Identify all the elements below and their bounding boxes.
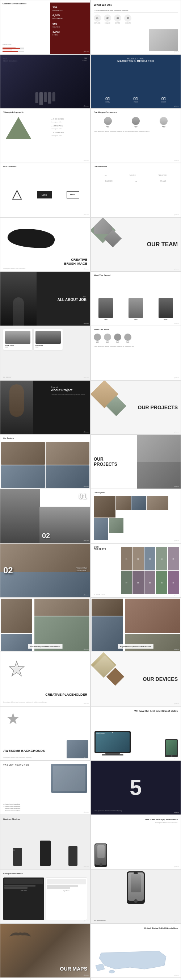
watermark: gfxtra.com (84, 51, 89, 52)
brush-title: CREATIVEBRUSH IMAGE (64, 258, 87, 266)
watermark: gfxtra.com (174, 214, 179, 215)
team-members-row: NAME NAME NAME NAME Lorem ipsum (94, 334, 178, 348)
tablet-mockup (165, 739, 178, 757)
row-8: About About Project Lorem ipsum dolor si… (0, 380, 181, 434)
panel-content: 758 BEST PRACTICE 6,205 MOST LEARNING 90… (52, 5, 63, 37)
slide-best-selection: We have the best selection of slides Int… (90, 706, 181, 760)
watermark: gfxtra.com (84, 703, 89, 705)
watermark: gfxtra.com (174, 649, 179, 650)
slide-next-services: OurNext Services TEAM CLIENTS gfxtra.com (0, 54, 90, 109)
slide-best-app: This is the best App for iPhones Lorem i… (90, 815, 181, 869)
devices-label: OUR DEVICES (143, 676, 178, 682)
bottom-image (0, 572, 90, 597)
big-02: 02 (3, 565, 13, 576)
watermark: gfxtra.com (84, 920, 89, 922)
slide-title: Our Projects (3, 437, 14, 439)
project-number: 01 (79, 492, 87, 501)
slide-title: TABLET FEATURES (3, 764, 29, 766)
watermark: gfxtra.com (84, 594, 89, 596)
partners-logos-2: inc SONDE CREATIVE PARKER ◆ BRAND (91, 172, 181, 217)
row-18: OUR MAPS gfxtra.com United States Fully … (0, 923, 181, 978)
watermark: gfxtra.com (174, 51, 179, 52)
app-title: This is the best App for iPhones Lorem i… (134, 818, 178, 824)
iphone-mockup (94, 843, 107, 867)
row-12: Left Masonry Portfolio Placeholder gfxtr… (0, 598, 181, 652)
row-1: Customer Service Statistics 758 BEST PRA… (0, 0, 181, 54)
watermark: gfxtra.com (84, 105, 89, 107)
watermark: gfxtra.com (174, 377, 179, 379)
slide-devices-mockup: Devices Mockup gfxtra.com (0, 815, 90, 869)
slide-title: Meet The Squad (94, 274, 110, 276)
watermark: gfxtra.com (84, 649, 89, 650)
watermark: gfxtra.com (174, 268, 179, 270)
right-column (34, 598, 90, 652)
slide-creative-brush: CREATIVEBRUSH IMAGE Lorem ipsum dolor si… (0, 217, 90, 272)
slide-title: Our Happy Customers (94, 111, 117, 113)
selection-title: We have the best selection of slides (131, 710, 178, 713)
stat-bars: LOREM IPSUM (3, 44, 24, 52)
row-7: YOUR NAME ROLE BOB POST ROLE ME • BOB PO… (0, 326, 181, 380)
slide-title: Compare Websites (3, 872, 23, 875)
masonry-label: Left Masonry Portfolio Placeholder (28, 644, 63, 649)
svg-point-5 (109, 970, 115, 973)
row-2: OurNext Services TEAM CLIENTS gfxtra.com (0, 54, 181, 109)
maps-label: OUR MAPS (60, 966, 87, 972)
watermark: gfxtra.com (84, 323, 89, 324)
name-cards: YOUR NAME ROLE BOB POST ROLE (3, 329, 63, 350)
squad-members: NAME NAME NAME (91, 279, 181, 326)
svg-marker-4 (7, 713, 19, 724)
numbered-desc: 01 02 03 04 05 (94, 594, 105, 595)
slide-title: Devices Mockup (3, 818, 20, 820)
left-column (0, 598, 33, 652)
number-5: 5 (130, 777, 141, 799)
watermark: gfxtra.com (174, 866, 179, 867)
monitor-mockup: Interface preview (94, 731, 131, 757)
mosaic-grid (94, 496, 178, 540)
image-placeholder (149, 29, 178, 51)
slide-projects-grid-1: Our Projects gfxtra.com (0, 434, 90, 489)
row-11: 02 PROJECT NAME LOREM IPSUM gfxtra.com O… (0, 543, 181, 598)
placeholder-title: CREATIVE PLACEHOLDER (45, 693, 87, 697)
slide-desc-5: Lorem ipsum dolor sit amet consectetur a… (94, 810, 178, 811)
right-col-2 (124, 598, 181, 652)
triangle-group (6, 117, 31, 139)
slide-compare-websites: Compare Websites Dark Theme Light Theme (0, 869, 90, 923)
us-map-svg (94, 946, 178, 975)
bg-image (67, 740, 88, 758)
items-list: — Lorem ipsum dolor sit amet, consectetu… (94, 10, 178, 24)
watermark: gfxtra.com (174, 431, 179, 433)
watermark: gfxtra.com (84, 160, 89, 161)
people-image (0, 55, 90, 108)
watermark: gfxtra.com (174, 703, 179, 705)
slide-projects-mosaic: Our Projects gfxtra.com (90, 489, 181, 543)
stats-row: 01 LOREM 01 IPSUM 01 DOLOR (94, 96, 178, 103)
row-14: AWESOME BACKGROUDS Lorem ipsum dolor sit… (0, 706, 181, 760)
left-col-2 (91, 598, 124, 652)
brush-stroke (7, 228, 56, 250)
slide-title: Triangle Infographic (3, 111, 24, 113)
slide-us-map: United States Fully Editable Map gfxtra.… (90, 923, 181, 978)
watermark: gfxtra.com (84, 486, 89, 487)
watermark: gfxtra.com (174, 757, 179, 759)
svg-marker-0 (13, 191, 21, 199)
slide-title: MARKETING MARKETING RESEARCH (117, 57, 154, 62)
watermark: gfxtra.com (174, 323, 179, 324)
slide-all-about-job: ALL ALL ABOUT JOB gfxtra.com (0, 272, 90, 326)
slide-awesome-backgrounds: AWESOME BACKGROUDS Lorem ipsum dolor sit… (0, 706, 90, 760)
masonry-label-2: Right Masonry Portfolio Placeholder (118, 644, 154, 649)
watermark: gfxtra.com (84, 431, 89, 433)
phones-row (0, 823, 90, 869)
slide-customer-statistics: Customer Service Statistics 758 BEST PRA… (0, 0, 90, 54)
slide-our-team: OUR TEAM gfxtra.com (90, 217, 181, 272)
row-13: CREATIVE PLACEHOLDER Lorem ipsum dolor s… (0, 652, 181, 706)
slide-about-project: About About Project Lorem ipsum dolor si… (0, 380, 90, 434)
slide-happy-customers: Our Happy Customers Name Title Name Titl… (90, 109, 181, 163)
slide-left-masonry: Left Masonry Portfolio Placeholder gfxtr… (0, 598, 90, 652)
project-images (137, 435, 181, 489)
bg-icon (6, 712, 20, 728)
slide-device-5: 5 Lorem ipsum dolor sit amet consectetur… (90, 760, 181, 815)
placeholder-desc: Lorem ipsum dolor sit amet consectetur a… (3, 702, 87, 703)
svg-text:S: S (16, 196, 17, 197)
job-label: ALL ALL ABOUT JOB (57, 296, 87, 302)
slide-tablet-features: TABLET FEATURES — Feature Lorem Ipsum Do… (0, 760, 90, 815)
